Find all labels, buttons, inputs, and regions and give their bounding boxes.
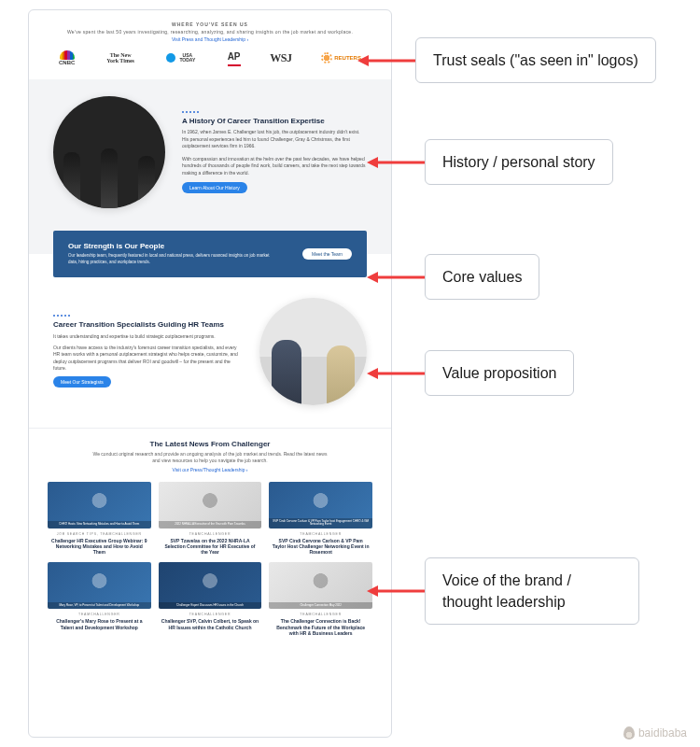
- news-card[interactable]: 2022 NHRA-LA Executive of the Year with …: [159, 482, 262, 556]
- news-thumb: 2022 NHRA-LA Executive of the Year with …: [159, 482, 262, 529]
- history-text: A History Of Career Transition Expertise…: [182, 111, 367, 194]
- news-card-title: Challenger HR Executive Group Webinar: 9…: [48, 538, 151, 556]
- banner-wrap: Our Strength is Our People Our leadershi…: [29, 231, 391, 277]
- news-thumb-caption: Challenger Connection May 2022: [269, 602, 372, 609]
- arrow-icon: [367, 268, 425, 287]
- svg-marker-3: [367, 157, 378, 168]
- arrow-icon: [367, 582, 425, 600]
- news-thumb-caption: 2022 NHRA-LA Executive of the Year with …: [159, 521, 262, 528]
- news-thumb-caption: CHRO Hosts: New Networking Mistakes and …: [48, 521, 151, 528]
- news-card-title: The Challenger Connection is Back! Bench…: [269, 618, 372, 636]
- news-eyebrow: TEAMCHALLENGER: [159, 532, 262, 536]
- history-title: A History Of Career Transition Expertise: [182, 117, 367, 126]
- arrow-icon: [367, 153, 425, 172]
- history-section: A History Of Career Transition Expertise…: [29, 79, 391, 231]
- banner-body: Our leadership team, frequently featured…: [68, 253, 273, 266]
- logo-ap: AP: [228, 49, 241, 66]
- annotation-label: Value proposition: [425, 350, 574, 396]
- news-thumb-caption: Mary Rose, VP, to Present at Talent and …: [48, 602, 151, 609]
- news-section: The Latest News From Challenger We condu…: [29, 428, 391, 652]
- value-body-1: It takes understanding and expertise to …: [53, 333, 243, 341]
- logo-cnbc: CNBC: [59, 49, 75, 66]
- logo-nyt: The New York Times: [105, 49, 136, 66]
- watermark-text: baidibaba: [638, 726, 687, 740]
- annotation-trust-seals: Trust seals ("as seen in" logos): [357, 37, 656, 83]
- news-eyebrow: TEAMCHALLENGER: [269, 613, 372, 616]
- trust-subtitle: We've spent the last 50 years investigat…: [55, 29, 365, 35]
- page-mockup: WHERE YOU'VE SEEN US We've spent the las…: [28, 9, 392, 738]
- news-card-title: SVP Cindi Cervone Carlson & VP Pam Taylo…: [269, 538, 372, 556]
- history-body-2: With compassion and innovation at the he…: [182, 156, 367, 177]
- news-card[interactable]: Mary Rose, VP, to Present at Talent and …: [48, 562, 151, 636]
- annotation-thought-leadership: Voice of the brand / thought leadership: [367, 557, 639, 625]
- value-prop-section: Career Transition Specialists Guiding HR…: [29, 277, 391, 428]
- news-grid: CHRO Hosts: New Networking Mistakes and …: [48, 482, 372, 637]
- flame-icon: [623, 726, 635, 740]
- annotation-label: Trust seals ("as seen in" logos): [415, 37, 656, 83]
- svg-marker-9: [367, 585, 378, 597]
- news-card[interactable]: Challenger Expert Discusses HR Issues in…: [159, 562, 262, 636]
- news-thumb: Challenger Connection May 2022: [269, 562, 372, 609]
- value-body-2: Our clients have access to the industry'…: [53, 345, 243, 373]
- annotation-core-values: Core values: [367, 254, 539, 300]
- news-thumb: Challenger Expert Discusses HR Issues in…: [159, 562, 262, 609]
- dot-rule: [53, 315, 243, 317]
- dot-rule: [182, 111, 367, 113]
- news-card-title: SVP Tzavelas on the 2022 NHRA-LA Selecti…: [159, 538, 262, 556]
- trust-link[interactable]: Visit Press and Thought Leadership ›: [172, 36, 248, 42]
- news-card[interactable]: SVP Cindi Cervone Carlson & VP Pam Taylo…: [269, 482, 372, 556]
- news-thumb: CHRO Hosts: New Networking Mistakes and …: [48, 482, 151, 529]
- news-card[interactable]: Challenger Connection May 2022TEAMCHALLE…: [269, 562, 372, 636]
- value-cta-button[interactable]: Meet Our Strategists: [53, 376, 111, 388]
- news-heading: The Latest News From Challenger: [48, 440, 372, 448]
- svg-marker-7: [367, 368, 378, 379]
- news-thumb-caption: SVP Cindi Cervone Carlson & VP Pam Taylo…: [269, 518, 372, 529]
- logo-wsj: WSJ: [270, 49, 291, 66]
- news-eyebrow: TEAMCHALLENGER: [269, 532, 372, 536]
- value-title: Career Transition Specialists Guiding HR…: [53, 320, 243, 330]
- news-subtitle: We conduct original research and provide…: [89, 451, 331, 464]
- news-eyebrow: TEAMCHALLENGER: [48, 613, 151, 616]
- history-body-1: In 1962, when James E. Challenger lost h…: [182, 129, 367, 150]
- news-eyebrow: TEAMCHALLENGER: [159, 613, 262, 616]
- annotation-label: Voice of the brand / thought leadership: [425, 557, 639, 625]
- logo-reuters: REUTERS: [321, 49, 361, 66]
- core-values-banner: Our Strength is Our People Our leadershi…: [53, 231, 367, 277]
- value-image: [259, 298, 367, 405]
- annotation-value-prop: Value proposition: [367, 350, 574, 396]
- logo-row: CNBC The New York Times USA TODAY AP WSJ…: [55, 49, 365, 66]
- history-cta-button[interactable]: Learn About Our History: [182, 182, 247, 193]
- news-card[interactable]: CHRO Hosts: New Networking Mistakes and …: [48, 482, 151, 556]
- news-card-title: Challenger's Mary Rose to Present at a T…: [48, 618, 151, 630]
- news-thumb: SVP Cindi Cervone Carlson & VP Pam Taylo…: [269, 482, 372, 529]
- svg-marker-5: [367, 272, 378, 283]
- history-image: [53, 96, 165, 208]
- news-thumb: Mary Rose, VP, to Present at Talent and …: [48, 562, 151, 609]
- annotation-label: Core values: [425, 254, 539, 300]
- arrow-icon: [357, 51, 415, 70]
- svg-marker-1: [357, 55, 369, 66]
- trust-eyebrow: WHERE YOU'VE SEEN US: [55, 21, 365, 27]
- news-eyebrow: JOB SEARCH TIPS, TEAMCHALLENGER: [48, 532, 151, 536]
- annotation-label: History / personal story: [425, 139, 613, 185]
- logo-usatoday: USA TODAY: [166, 49, 198, 66]
- banner-title: Our Strength is Our People: [68, 242, 273, 250]
- news-thumb-caption: Challenger Expert Discusses HR Issues in…: [159, 602, 262, 609]
- trust-section: WHERE YOU'VE SEEN US We've spent the las…: [29, 10, 391, 79]
- meet-team-button[interactable]: Meet the Team: [302, 248, 352, 260]
- arrow-icon: [367, 364, 425, 383]
- annotation-history: History / personal story: [367, 139, 613, 185]
- news-card-title: Challenger SVP, Calvin Colbert, to Speak…: [159, 618, 262, 630]
- watermark: baidibaba: [623, 726, 687, 740]
- news-link[interactable]: Visit our Press/Thought Leadership ›: [172, 467, 247, 472]
